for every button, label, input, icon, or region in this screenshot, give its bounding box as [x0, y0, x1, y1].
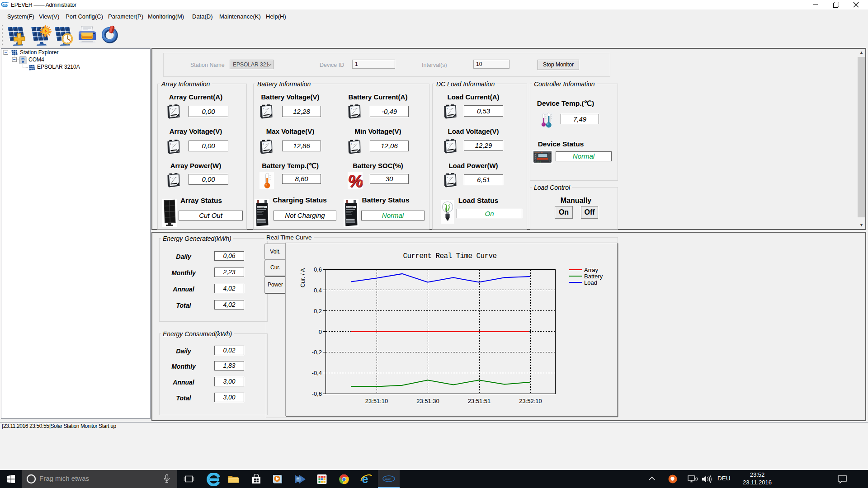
svg-text:EPSOLAR: EPSOLAR	[535, 152, 543, 154]
svg-text:BUS: BUS	[3, 4, 8, 6]
svg-text:Current Real Time Curve: Current Real Time Curve	[403, 252, 496, 260]
svg-text:0,2: 0,2	[314, 308, 322, 314]
svg-text:Array: Array	[584, 267, 599, 273]
svg-text:-0,2: -0,2	[312, 349, 322, 356]
svg-text:Battery: Battery	[584, 273, 603, 280]
svg-text:0: 0	[319, 328, 322, 335]
svg-text:0,4: 0,4	[314, 287, 322, 294]
svg-text:23:51:10: 23:51:10	[365, 398, 388, 404]
svg-text:-0,6: -0,6	[312, 390, 322, 397]
svg-text:23:52:10: 23:52:10	[519, 398, 542, 404]
svg-text:0,6: 0,6	[314, 266, 322, 273]
svg-text:Load: Load	[584, 279, 597, 286]
svg-text:23:51:51: 23:51:51	[468, 398, 491, 404]
svg-text:23:51:30: 23:51:30	[416, 398, 439, 404]
svg-text:Cur. / A: Cur. / A	[299, 268, 306, 287]
svg-text:-0,4: -0,4	[312, 370, 322, 376]
svg-text:%: %	[348, 172, 363, 189]
svg-text:epev: epev	[385, 478, 391, 480]
